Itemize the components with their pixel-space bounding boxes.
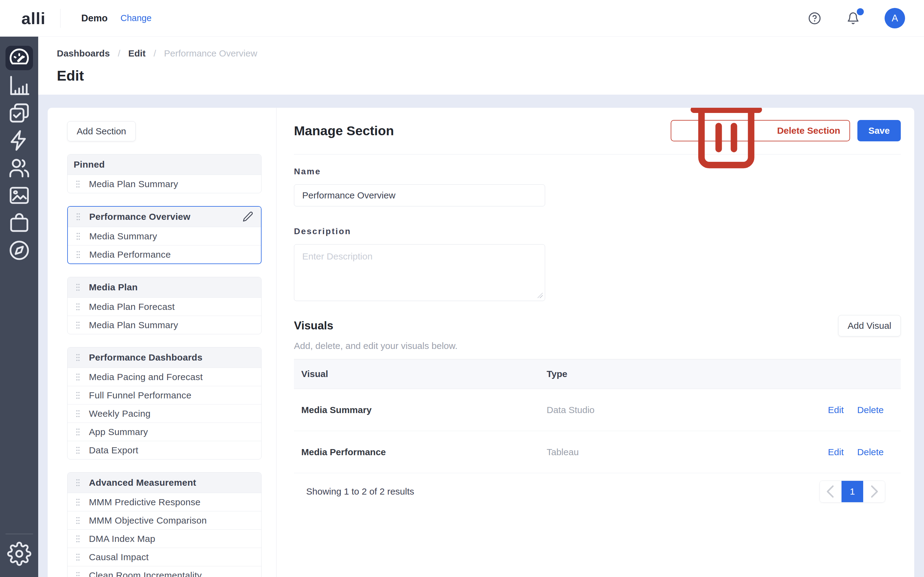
sidebar-item-compass-icon[interactable]: [5, 238, 33, 263]
section-item-row[interactable]: MMM Predictive Response: [68, 493, 261, 511]
drag-handle-icon[interactable]: [75, 211, 81, 222]
section-item-row[interactable]: Media Summary: [68, 227, 261, 245]
alli-logo[interactable]: alli: [21, 9, 45, 28]
drag-handle-icon[interactable]: [75, 250, 81, 260]
section-item-row[interactable]: Clean Room Incrementality: [68, 566, 261, 577]
delete-visual-link[interactable]: Delete: [857, 405, 884, 415]
add-section-button[interactable]: Add Section: [67, 121, 136, 141]
drag-handle-icon[interactable]: [75, 427, 81, 437]
section-item-row[interactable]: Full Funnel Performance: [68, 386, 261, 404]
section-item-row[interactable]: Media Plan Summary: [68, 175, 261, 193]
add-visual-button[interactable]: Add Visual: [838, 315, 901, 337]
section-item-row[interactable]: MMM Objective Comparison: [68, 511, 261, 529]
help-icon[interactable]: [808, 11, 822, 25]
section-card: Performance DashboardsMedia Pacing and F…: [67, 347, 262, 459]
sidebar-bottom: [0, 533, 38, 577]
section-name-input[interactable]: [294, 184, 545, 206]
drag-handle-icon[interactable]: [75, 282, 81, 292]
pagination-page-1[interactable]: 1: [842, 481, 863, 502]
section-card-header[interactable]: Advanced Measurement: [68, 472, 261, 493]
resize-handle[interactable]: [537, 292, 543, 298]
drag-handle-icon[interactable]: [75, 533, 81, 544]
notifications-bell-icon[interactable]: [846, 11, 860, 25]
drag-handle-icon[interactable]: [75, 477, 81, 488]
edit-visual-link[interactable]: Edit: [828, 405, 844, 415]
top-bar: alli Demo Change A: [0, 0, 924, 37]
description-label: Description: [294, 227, 901, 236]
description-wrap: [294, 244, 545, 301]
avatar[interactable]: A: [885, 8, 905, 28]
pagination-prev-chevron-icon[interactable]: [820, 481, 842, 502]
drag-handle-icon[interactable]: [75, 352, 81, 363]
drag-handle-icon[interactable]: [75, 497, 81, 508]
drag-handle-icon[interactable]: [75, 372, 81, 382]
breadcrumb-separator: /: [118, 48, 120, 59]
drag-handle-icon[interactable]: [75, 301, 81, 312]
sidebar-nav: [0, 44, 38, 264]
sidebar-item-clipboard-check-icon[interactable]: [5, 101, 33, 125]
section-item-row[interactable]: DMA Index Map: [68, 529, 261, 548]
section-item-row[interactable]: Causal Impact: [68, 548, 261, 566]
section-card: Media PlanMedia Plan ForecastMedia Plan …: [67, 277, 262, 334]
section-item-label: App Summary: [89, 427, 148, 437]
sidebar-item-gear-icon[interactable]: [5, 542, 33, 566]
drag-handle-icon[interactable]: [75, 445, 81, 456]
manage-actions: Delete Section Save: [671, 120, 901, 141]
sidebar-item-bar-chart-icon[interactable]: [5, 73, 33, 98]
sidebar-item-bag-icon[interactable]: [5, 211, 33, 235]
section-item-label: MMM Predictive Response: [89, 497, 200, 508]
description-textarea[interactable]: [294, 244, 545, 301]
drag-handle-icon[interactable]: [75, 552, 81, 562]
section-item-label: Weekly Pacing: [89, 408, 151, 419]
section-card-header[interactable]: Pinned: [68, 155, 261, 175]
section-item-row[interactable]: Media Plan Forecast: [68, 297, 261, 316]
drag-handle-icon[interactable]: [75, 408, 81, 419]
section-card-header[interactable]: Performance Dashboards: [68, 347, 261, 367]
section-item-row[interactable]: Media Pacing and Forecast: [68, 367, 261, 386]
pagination-next-chevron-icon[interactable]: [863, 481, 885, 502]
notification-badge: [857, 8, 864, 15]
section-item-row[interactable]: Media Performance: [68, 245, 261, 263]
section-item-row[interactable]: Weekly Pacing: [68, 404, 261, 422]
drag-handle-icon[interactable]: [75, 390, 81, 401]
visuals-table-body: Media SummaryData StudioEditDeleteMedia …: [294, 389, 901, 473]
save-button[interactable]: Save: [858, 120, 901, 141]
delete-visual-link[interactable]: Delete: [857, 447, 884, 457]
section-card-header[interactable]: Media Plan: [68, 277, 261, 297]
section-card-title: Performance Overview: [89, 211, 191, 222]
drag-handle-icon[interactable]: [75, 570, 81, 577]
section-card: Advanced MeasurementMMM Predictive Respo…: [67, 472, 262, 577]
drag-handle-icon[interactable]: [75, 320, 81, 330]
change-workspace-link[interactable]: Change: [120, 13, 152, 23]
visuals-table: Visual Type Media SummaryData StudioEdit…: [294, 359, 901, 473]
visual-actions: EditDelete: [828, 447, 901, 457]
edit-visual-link[interactable]: Edit: [828, 447, 844, 457]
section-card: PinnedMedia Plan Summary: [67, 154, 262, 193]
sections-list: PinnedMedia Plan SummaryPerformance Over…: [67, 154, 262, 577]
name-label: Name: [294, 167, 901, 176]
delete-section-label: Delete Section: [777, 126, 840, 136]
section-item-row[interactable]: App Summary: [68, 422, 261, 441]
results-summary: Showing 1 to 2 of 2 results: [294, 486, 414, 497]
breadcrumb-item[interactable]: Dashboards: [57, 48, 110, 59]
drag-handle-icon[interactable]: [75, 231, 81, 242]
visual-actions: EditDelete: [828, 405, 901, 415]
sidebar-item-lightning-icon[interactable]: [5, 128, 33, 153]
column-type: Type: [547, 369, 901, 379]
breadcrumb-item[interactable]: Edit: [128, 48, 146, 59]
sidebar-item-speedometer-icon[interactable]: [5, 46, 33, 70]
section-item-label: Media Pacing and Forecast: [89, 372, 203, 382]
sidebar-item-users-icon[interactable]: [5, 156, 33, 180]
delete-section-button[interactable]: Delete Section: [671, 120, 850, 141]
edit-pencil-icon[interactable]: [242, 211, 254, 222]
sidebar-item-image-icon[interactable]: [5, 183, 33, 208]
visual-row: Media PerformanceTableauEditDelete: [294, 431, 901, 473]
section-item-row[interactable]: Media Plan Summary: [68, 316, 261, 334]
visual-row: Media SummaryData StudioEditDelete: [294, 389, 901, 431]
drag-handle-icon[interactable]: [75, 179, 81, 189]
section-item-row[interactable]: Data Export: [68, 441, 261, 459]
section-card-title: Performance Dashboards: [89, 352, 203, 363]
section-card-header[interactable]: Performance Overview: [68, 207, 261, 227]
drag-handle-icon[interactable]: [75, 515, 81, 526]
section-item-label: DMA Index Map: [89, 533, 155, 544]
